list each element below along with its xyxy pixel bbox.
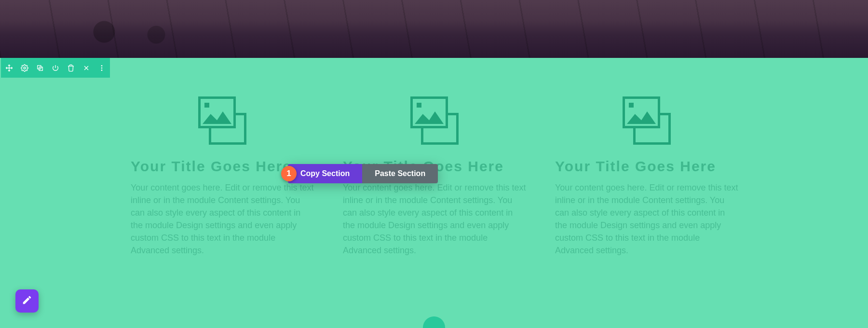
more-icon[interactable] — [97, 64, 106, 72]
context-menu: 1 Copy Section Paste Section — [288, 164, 438, 183]
copy-section-button[interactable]: Copy Section — [288, 164, 362, 183]
svg-point-0 — [24, 67, 26, 69]
blurb-title: Your Title Goes Here — [555, 158, 738, 175]
step-badge: 1 — [281, 166, 297, 181]
blurb-body: Your content goes here. Edit or remove t… — [555, 181, 738, 257]
blurb-body: Your content goes here. Edit or remove t… — [343, 181, 526, 257]
hero-image — [0, 0, 868, 58]
svg-point-5 — [101, 69, 103, 71]
paste-section-button[interactable]: Paste Section — [362, 164, 438, 183]
section-toolbar — [1, 58, 110, 78]
image-placeholder-icon — [410, 96, 459, 145]
blurb-module[interactable]: Your Title Goes Here Your content goes h… — [555, 96, 738, 257]
move-icon[interactable] — [5, 64, 14, 72]
gear-icon[interactable] — [20, 64, 29, 72]
section[interactable]: Your Title Goes Here Your content goes h… — [0, 58, 868, 328]
add-section-button[interactable] — [423, 316, 445, 328]
close-icon[interactable] — [82, 64, 91, 72]
notes-fab[interactable] — [15, 289, 39, 313]
blurb-body: Your content goes here. Edit or remove t… — [131, 181, 314, 257]
duplicate-icon[interactable] — [36, 64, 44, 72]
svg-point-3 — [101, 65, 103, 67]
image-placeholder-icon — [198, 96, 246, 145]
pencil-icon — [22, 295, 32, 307]
image-placeholder-icon — [623, 96, 671, 145]
svg-point-4 — [101, 67, 103, 68]
power-icon[interactable] — [51, 64, 60, 72]
trash-icon[interactable] — [67, 64, 75, 72]
